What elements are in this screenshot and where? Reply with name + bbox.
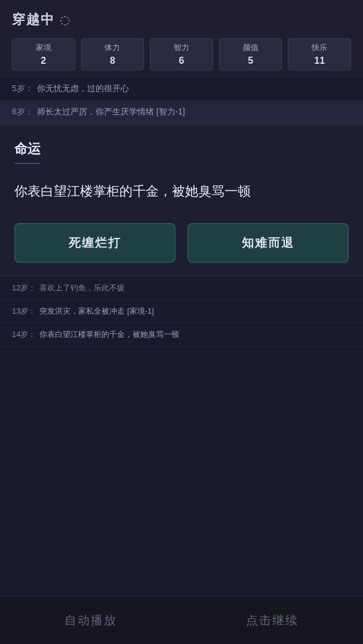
top-event-1: 6岁：师长太过严厉，你产生厌学情绪 [智力-1] (0, 101, 363, 124)
stat-box-智力: 智力 6 (150, 38, 213, 70)
bottom-bar: 自动播放 点击继续 (0, 596, 363, 644)
lower-event-text: 喜欢上了钓鱼，乐此不疲 (39, 283, 125, 292)
lower-event-age: 12岁： (12, 283, 36, 292)
stats-row: 家境 2 体力 8 智力 6 颜值 5 快乐 11 (12, 38, 351, 70)
lower-event-0: 12岁：喜欢上了钓鱼，乐此不疲 (0, 277, 363, 300)
stat-box-家境: 家境 2 (12, 38, 75, 70)
fate-title: 命运 (14, 140, 41, 164)
fate-section: 命运 你表白望江楼掌柜的千金，被她臭骂一顿 死缠烂打知难而退 (0, 126, 363, 275)
lower-event-2: 14岁：你表白望江楼掌柜的千金，被她臭骂一顿 (0, 323, 363, 346)
top-event-0: 5岁：你无忧无虑，过的很开心 (0, 78, 363, 101)
stat-label-2: 智力 (174, 42, 189, 53)
stat-label-0: 家境 (36, 42, 51, 53)
choice-buttons: 死缠烂打知难而退 (14, 223, 349, 263)
title-row: 穿越中 ◌ (12, 11, 351, 29)
auto-play-button[interactable]: 自动播放 (64, 612, 117, 628)
stat-box-体力: 体力 8 (81, 38, 144, 70)
page-title: 穿越中 (12, 11, 55, 29)
top-event-log: 5岁：你无忧无虑，过的很开心6岁：师长太过严厉，你产生厌学情绪 [智力-1] (0, 78, 363, 124)
stat-label-3: 颜值 (243, 42, 259, 53)
stat-value-0: 2 (41, 55, 46, 66)
stat-box-快乐: 快乐 11 (288, 38, 351, 70)
event-text: 你无忧无虑，过的很开心 (37, 83, 129, 93)
lower-event-1: 13岁：突发洪灾，家私全被冲走 [家境-1] (0, 300, 363, 323)
lower-event-text: 你表白望江楼掌柜的千金，被她臭骂一顿 (39, 330, 179, 339)
event-age: 6岁： (12, 107, 33, 116)
lower-event-text: 突发洪灾，家私全被冲走 [家境-1] (39, 306, 153, 315)
stat-value-2: 6 (179, 55, 184, 66)
choice-button-0[interactable]: 死缠烂打 (14, 223, 176, 263)
stat-label-4: 快乐 (312, 42, 327, 53)
loading-icon: ◌ (60, 13, 70, 27)
top-section: 穿越中 ◌ 家境 2 体力 8 智力 6 颜值 5 快乐 11 (0, 0, 363, 78)
lower-event-age: 14岁： (12, 330, 36, 339)
lower-event-age: 13岁： (12, 306, 36, 315)
stat-box-颜值: 颜值 5 (219, 38, 282, 70)
lower-event-log: 12岁：喜欢上了钓鱼，乐此不疲13岁：突发洪灾，家私全被冲走 [家境-1]14岁… (0, 277, 363, 346)
fate-description: 你表白望江楼掌柜的千金，被她臭骂一顿 (14, 181, 349, 202)
event-age: 5岁： (12, 83, 33, 93)
stat-label-1: 体力 (104, 42, 120, 53)
stat-value-1: 8 (110, 55, 115, 66)
event-text: 师长太过严厉，你产生厌学情绪 [智力-1] (37, 107, 185, 116)
continue-button[interactable]: 点击继续 (246, 612, 299, 628)
stat-value-3: 5 (248, 55, 253, 66)
choice-button-1[interactable]: 知难而退 (187, 223, 349, 263)
stat-value-4: 11 (314, 55, 325, 66)
